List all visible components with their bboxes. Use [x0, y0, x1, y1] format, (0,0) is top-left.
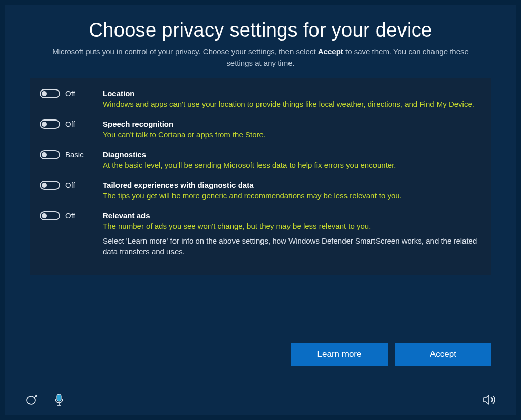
setting-title: Diagnostics	[103, 150, 481, 159]
toggle-state-label: Off	[65, 89, 75, 98]
toggle-knob	[42, 183, 47, 188]
button-bar: Learn more Accept	[291, 343, 491, 366]
toggle-state-label: Off	[65, 211, 75, 220]
learn-more-button[interactable]: Learn more	[291, 343, 388, 366]
toggle-group: Off	[40, 89, 96, 98]
setting-text: Location Windows and apps can't use your…	[103, 89, 481, 109]
subtitle-pre: Microsoft puts you in control of your pr…	[52, 47, 318, 56]
toggle-knob	[42, 122, 47, 127]
page-subtitle: Microsoft puts you in control of your pr…	[39, 46, 482, 69]
setting-row-diagnostics: Basic Diagnostics At the basic level, yo…	[40, 147, 481, 177]
content-area: Choose privacy settings for your device …	[5, 5, 516, 275]
setting-desc: You can't talk to Cortana or apps from t…	[103, 129, 481, 140]
cortana-mic-icon[interactable]	[52, 393, 66, 407]
setting-title: Tailored experiences with diagnostic dat…	[103, 181, 481, 189]
setting-row-ads: Off Relevant ads The number of ads you s…	[40, 208, 481, 265]
setting-title: Relevant ads	[103, 211, 481, 220]
page-title: Choose privacy settings for your device	[30, 19, 491, 41]
oobe-privacy-screen: Choose privacy settings for your device …	[0, 0, 521, 420]
setting-title: Speech recognition	[103, 119, 481, 128]
setting-text: Tailored experiences with diagnostic dat…	[103, 181, 481, 201]
tailored-toggle[interactable]	[40, 181, 60, 190]
toggle-group: Basic	[40, 150, 96, 159]
location-toggle[interactable]	[40, 89, 60, 98]
setting-row-speech: Off Speech recognition You can't talk to…	[40, 116, 481, 147]
toggle-knob	[42, 213, 47, 218]
toggle-state-label: Basic	[65, 150, 84, 159]
toggle-group: Off	[40, 119, 96, 129]
ease-of-access-icon[interactable]	[24, 393, 39, 407]
setting-row-tailored: Off Tailored experiences with diagnostic…	[40, 177, 481, 208]
bottom-bar	[5, 384, 516, 415]
volume-icon[interactable]	[482, 393, 497, 407]
setting-title: Location	[103, 89, 481, 98]
toggle-state-label: Off	[65, 119, 75, 128]
toggle-group: Off	[40, 181, 96, 190]
setting-desc: The number of ads you see won't change, …	[103, 221, 481, 231]
toggle-group: Off	[40, 211, 96, 220]
setting-text: Relevant ads The number of ads you see w…	[103, 211, 481, 258]
subtitle-accept-word: Accept	[318, 47, 343, 56]
setting-text: Speech recognition You can't talk to Cor…	[103, 119, 481, 140]
bottom-bar-right	[482, 393, 497, 407]
toggle-knob	[42, 91, 47, 96]
svg-rect-1	[57, 394, 61, 401]
settings-panel: Off Location Windows and apps can't use …	[30, 78, 491, 275]
setting-desc: The tips you get will be more generic an…	[103, 190, 481, 201]
bottom-bar-left	[24, 393, 66, 407]
setting-desc: Windows and apps can't use your location…	[103, 99, 481, 109]
toggle-knob	[42, 152, 47, 157]
ads-toggle[interactable]	[40, 211, 60, 220]
setting-row-location: Off Location Windows and apps can't use …	[40, 86, 481, 116]
accept-button[interactable]: Accept	[395, 343, 491, 366]
speech-toggle[interactable]	[40, 119, 60, 129]
setting-desc: At the basic level, you'll be sending Mi…	[103, 160, 481, 170]
toggle-state-label: Off	[65, 181, 75, 189]
diagnostics-toggle[interactable]	[40, 150, 60, 159]
panel-footer-note: Select 'Learn more' for info on the abov…	[103, 235, 481, 258]
setting-text: Diagnostics At the basic level, you'll b…	[103, 150, 481, 170]
